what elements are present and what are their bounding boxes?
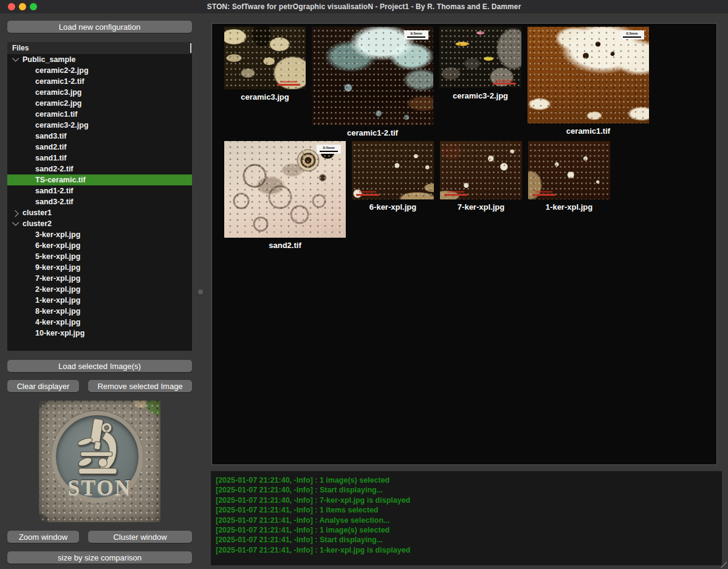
tree-item-label: 7-ker-xpl.jpg [35, 274, 80, 283]
file-tree[interactable]: Public_sampleceramic2-2.jpgceramic1-2.ti… [7, 54, 192, 351]
scale-bar: 0.5mm [317, 145, 341, 154]
thumbnail-item: 0.5mmsand2.tif [224, 141, 346, 250]
scale-bar: 0.5mm [620, 30, 644, 40]
thumbnail-item: ceramic3-2.jpg [439, 27, 521, 100]
tree-item-label: 1-ker-xpl.jpg [35, 296, 80, 305]
tree-folder-cluster2[interactable]: cluster2 [7, 218, 192, 229]
tree-item-label: 4-ker-xpl.jpg [35, 318, 80, 326]
tree-item-label: ceramic3.jpg [35, 88, 81, 97]
log-line: [2025-01-07 21:21:40, -Info] : 1 image(s… [216, 475, 717, 485]
tree-item-4-ker-xpl.jpg[interactable]: 4-ker-xpl.jpg [7, 317, 192, 328]
remove-selected-image-button[interactable]: Remove selected Image [88, 380, 192, 392]
thumbnail-sand2.tif[interactable]: 0.5mm [224, 141, 346, 238]
tree-folder-label: cluster2 [22, 219, 52, 228]
tree-item-label: sand2.tif [35, 143, 66, 151]
thumbnail-item: 7-ker-xpl.jpg [440, 141, 522, 212]
thumbnail-label: ceramic3.jpg [241, 92, 289, 102]
tree-item-label: sand3.tif [35, 132, 66, 140]
tree-item-label: 9-ker-xpl.jpg [35, 263, 80, 272]
logo-text: STON [39, 475, 160, 500]
tree-item-ceramic3.jpg[interactable]: ceramic3.jpg [7, 87, 192, 98]
tree-item-1-ker-xpl.jpg[interactable]: 1-ker-xpl.jpg [7, 295, 192, 306]
thumbnail-ceramic3.jpg[interactable] [224, 27, 306, 89]
tree-item-label: 6-ker-xpl.jpg [35, 241, 80, 250]
tree-item-sand1-2.tif[interactable]: sand1-2.tif [7, 185, 192, 196]
tree-folder-cluster1[interactable]: cluster1 [7, 207, 192, 218]
log-line: [2025-01-07 21:21:41, -Info] : 1 items s… [216, 505, 717, 515]
tree-item-ceramic2.jpg[interactable]: ceramic2.jpg [7, 98, 192, 109]
tree-item-label: ceramic2.jpg [35, 99, 81, 108]
load-new-configuration-button[interactable]: Load new configuration [7, 21, 192, 33]
scale-bar [532, 194, 555, 196]
tree-item-label: sand1-2.tif [35, 187, 74, 195]
tree-item-sand3-2.tif[interactable]: sand3-2.tif [7, 196, 192, 207]
thumbnail-label: ceramic3-2.jpg [453, 91, 508, 100]
zoom-window-button[interactable]: Zoom window [7, 531, 79, 543]
thumbnail-item: 6-ker-xpl.jpg [352, 141, 434, 212]
tree-item-sand1.tif[interactable]: sand1.tif [7, 153, 192, 164]
log-line: [2025-01-07 21:21:41, -Info] : 1 image(s… [216, 525, 717, 535]
tree-folder-Public_sample[interactable]: Public_sample [7, 54, 192, 65]
tree-item-sand3.tif[interactable]: sand3.tif [7, 131, 192, 142]
thumbnail-label: 6-ker-xpl.jpg [369, 202, 416, 212]
tree-item-label: 8-ker-xpl.jpg [35, 307, 80, 316]
tree-item-6-ker-xpl.jpg[interactable]: 6-ker-xpl.jpg [7, 240, 192, 251]
log-line: [2025-01-07 21:21:41, -Info] : Start dis… [216, 535, 717, 545]
tree-item-2-ker-xpl.jpg[interactable]: 2-ker-xpl.jpg [7, 284, 192, 295]
scale-bar [356, 194, 379, 196]
scale-bar: 0.5mm [404, 30, 428, 40]
log-console[interactable]: [2025-01-07 21:21:40, -Info] : 1 image(s… [211, 471, 722, 565]
log-line: [2025-01-07 21:21:40, -Info] : 7-ker-xpl… [216, 495, 717, 505]
size-by-size-comparison-button[interactable]: size by size comparison [7, 551, 192, 564]
tree-item-label: 10-ker-xpl.jpg [35, 329, 84, 337]
tree-item-sand2.tif[interactable]: sand2.tif [7, 142, 192, 153]
cluster-window-button[interactable]: Cluster window [88, 531, 192, 543]
chevron-down-icon[interactable] [12, 219, 19, 226]
resize-grip[interactable] [719, 560, 727, 568]
scale-bar [493, 83, 516, 84]
tree-folder-label: cluster1 [22, 209, 52, 217]
files-panel: Files Public_sampleceramic2-2.jpgceramic… [7, 42, 192, 351]
tree-item-label: 3-ker-xpl.jpg [35, 230, 80, 239]
tree-item-label: 5-ker-xpl.jpg [35, 252, 80, 261]
tree-item-label: sand3-2.tif [35, 198, 74, 206]
tree-item-ceramic1.tif[interactable]: ceramic1.tif [7, 109, 192, 120]
tree-item-sand2-2.tif[interactable]: sand2-2.tif [7, 164, 192, 174]
splitter-handle[interactable] [198, 289, 203, 294]
thumbnail-grid: ceramic3.jpg0.5mmceramic1-2.tifceramic3-… [212, 24, 716, 464]
tree-item-ceramic1-2.tif[interactable]: ceramic1-2.tif [7, 76, 192, 87]
thumbnail-6-ker-xpl.jpg[interactable] [352, 141, 434, 199]
tree-item-9-ker-xpl.jpg[interactable]: 9-ker-xpl.jpg [7, 262, 192, 273]
thumbnail-label: ceramic1-2.tif [347, 128, 398, 137]
tree-item-label: 2-ker-xpl.jpg [35, 285, 80, 294]
thumbnail-label: ceramic1.tif [566, 126, 610, 136]
clear-displayer-button[interactable]: Clear displayer [7, 380, 79, 392]
thumbnail-1-ker-xpl.jpg[interactable] [528, 141, 610, 199]
chevron-down-icon[interactable] [12, 55, 19, 61]
tree-item-label: ceramic1-2.tif [35, 77, 84, 86]
title-bar: STON: SofTware for petrOgraphic visualis… [0, 0, 728, 13]
tree-item-label: sand1.tif [35, 154, 66, 162]
tree-item-10-ker-xpl.jpg[interactable]: 10-ker-xpl.jpg [7, 328, 192, 339]
tree-item-3-ker-xpl.jpg[interactable]: 3-ker-xpl.jpg [7, 229, 192, 240]
tree-item-TS-ceramic.tif[interactable]: TS-ceramic.tif [7, 174, 192, 185]
ston-logo: STON [39, 401, 160, 522]
thumbnail-item: ceramic3.jpg [224, 27, 306, 102]
log-line: [2025-01-07 21:21:41, -Info] : 1-ker-xpl… [216, 545, 717, 555]
thumbnail-7-ker-xpl.jpg[interactable] [440, 141, 522, 199]
thumbnail-ceramic1.tif[interactable]: 0.5mm [527, 27, 649, 123]
tree-item-8-ker-xpl.jpg[interactable]: 8-ker-xpl.jpg [7, 306, 192, 317]
tree-item-ceramic3-2.jpg[interactable]: ceramic3-2.jpg [7, 120, 192, 131]
thumbnail-ceramic3-2.jpg[interactable] [439, 27, 521, 88]
files-header[interactable]: Files [7, 42, 192, 54]
thumbnail-item: 0.5mmceramic1.tif [527, 27, 649, 136]
chevron-right-icon[interactable] [12, 210, 18, 217]
tree-item-label: ceramic2-2.jpg [35, 66, 89, 75]
tree-item-5-ker-xpl.jpg[interactable]: 5-ker-xpl.jpg [7, 251, 192, 262]
tree-item-label: ceramic3-2.jpg [35, 121, 89, 129]
thumbnail-ceramic1-2.tif[interactable]: 0.5mm [312, 27, 433, 125]
tree-item-7-ker-xpl.jpg[interactable]: 7-ker-xpl.jpg [7, 273, 192, 284]
load-selected-images-button[interactable]: Load selected Image(s) [7, 360, 192, 372]
thumbnail-label: sand2.tif [269, 241, 301, 250]
tree-item-ceramic2-2.jpg[interactable]: ceramic2-2.jpg [7, 65, 192, 76]
